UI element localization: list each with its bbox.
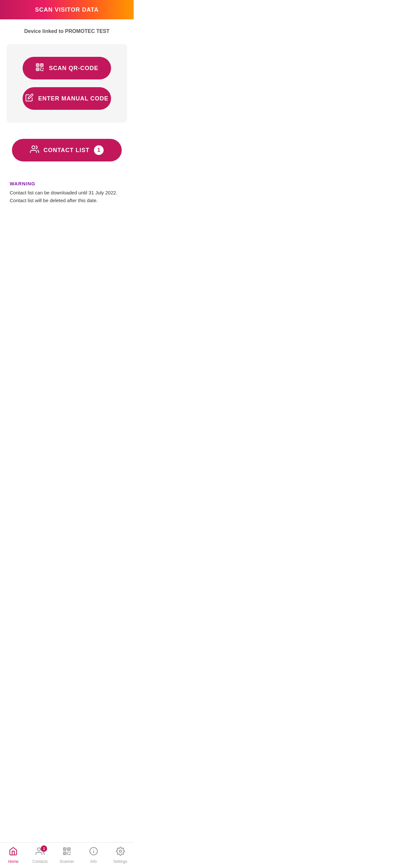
contacts-icon xyxy=(30,145,39,156)
warning-line2: Contact list will be deleted after this … xyxy=(10,197,98,203)
svg-rect-5 xyxy=(37,69,38,70)
contact-list-label: CONTACT LIST xyxy=(43,147,90,154)
enter-manual-code-button[interactable]: ENTER MANUAL CODE xyxy=(23,87,111,110)
app-header: SCAN VISITOR DATA xyxy=(0,0,134,20)
scan-qr-button[interactable]: SCAN QR-CODE xyxy=(23,57,111,80)
scan-qr-label: SCAN QR-CODE xyxy=(49,65,98,72)
warning-line1: Contact list can be downloaded until 31 … xyxy=(10,190,118,195)
scan-panel: SCAN QR-CODE ENTER MANUAL CODE xyxy=(6,44,127,123)
header-title: SCAN VISITOR DATA xyxy=(35,6,98,13)
contact-list-section: CONTACT LIST 1 xyxy=(0,126,134,168)
svg-point-10 xyxy=(32,146,35,149)
svg-rect-4 xyxy=(41,65,42,66)
device-linked-text: Device linked to PROMOTEC TEST xyxy=(0,20,134,41)
warning-text: Contact list can be downloaded until 31 … xyxy=(10,189,124,205)
enter-manual-label: ENTER MANUAL CODE xyxy=(38,95,109,102)
qr-code-icon xyxy=(35,63,44,73)
warning-title: WARNING xyxy=(10,181,124,186)
svg-rect-3 xyxy=(37,65,38,66)
contact-list-badge: 1 xyxy=(94,145,104,155)
contact-list-button[interactable]: CONTACT LIST 1 xyxy=(12,139,122,161)
pencil-icon xyxy=(25,93,34,104)
warning-section: WARNING Contact list can be downloaded u… xyxy=(0,168,134,211)
